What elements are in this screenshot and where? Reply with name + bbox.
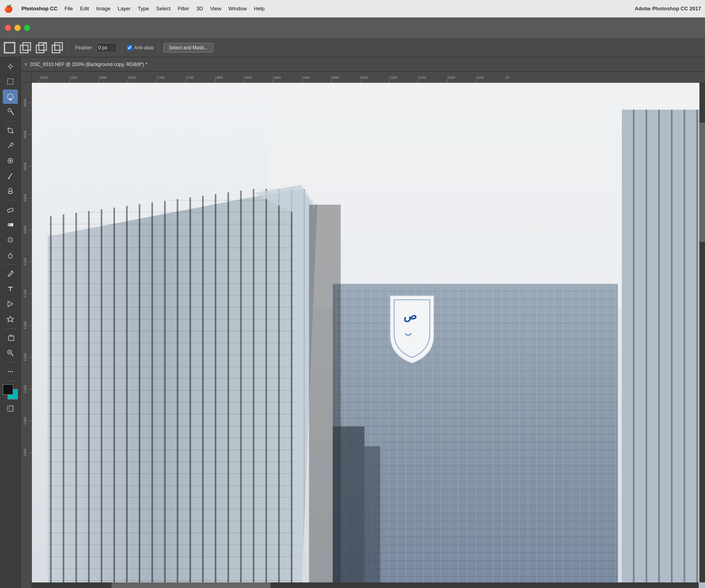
menu-edit[interactable]: Edit: [80, 6, 89, 12]
options-bar: Feather: Anti-alias Select and Mask...: [0, 38, 705, 57]
svg-text:1250: 1250: [23, 353, 27, 361]
healing-tool-button[interactable]: [3, 154, 18, 168]
toolbar-separator-5: [4, 362, 17, 362]
zoom-tool-button[interactable]: [3, 346, 18, 360]
pen-tool-button[interactable]: [3, 267, 18, 281]
marquee-tool-button[interactable]: [3, 74, 18, 89]
svg-rect-10: [8, 79, 13, 84]
lasso-tool-button[interactable]: [3, 90, 18, 104]
tab-close-icon[interactable]: ✕: [24, 62, 28, 67]
menu-select[interactable]: Select: [156, 6, 170, 12]
select-mask-button[interactable]: Select and Mask...: [164, 43, 213, 53]
text-tool-button[interactable]: [3, 282, 18, 296]
svg-point-32: [8, 238, 13, 242]
extra-tool-button[interactable]: [3, 364, 18, 379]
svg-rect-4: [39, 43, 47, 50]
eyedropper-tool-button[interactable]: [3, 138, 18, 153]
eraser-tool-button[interactable]: [3, 202, 18, 217]
menu-3d[interactable]: 3D: [197, 6, 203, 12]
svg-marker-8: [10, 63, 11, 70]
hand-tool-button[interactable]: [3, 331, 18, 345]
anti-alias-checkbox-wrap[interactable]: Anti-alias: [127, 45, 154, 51]
svg-text:1900: 1900: [273, 76, 281, 80]
svg-point-36: [11, 271, 13, 272]
svg-line-42: [11, 354, 13, 356]
canvas-area: ✕ DSC_6510.NEF @ 200% (Background copy, …: [21, 57, 705, 588]
svg-text:1350: 1350: [23, 417, 27, 425]
lasso-rect-icon[interactable]: [3, 41, 16, 54]
svg-text:1850: 1850: [244, 76, 252, 80]
lasso-subtract-icon[interactable]: [19, 41, 32, 54]
anti-alias-checkbox[interactable]: [127, 45, 132, 50]
toolbar: [0, 57, 21, 588]
svg-text:1200: 1200: [23, 321, 27, 329]
svg-rect-30: [7, 208, 14, 212]
menu-type[interactable]: Type: [138, 6, 149, 12]
svg-text:2200: 2200: [447, 76, 455, 80]
svg-text:1050: 1050: [23, 226, 27, 234]
apple-logo-icon[interactable]: 🍎: [4, 4, 13, 13]
svg-text:1400: 1400: [23, 449, 27, 457]
svg-point-12: [10, 99, 11, 100]
anti-alias-label: Anti-alias: [134, 45, 154, 51]
svg-rect-0: [4, 43, 15, 53]
svg-text:8500: 8500: [23, 99, 27, 107]
ruler-left: 8500 9000 9500 1000 1050 1100 1150 1200: [21, 83, 32, 588]
title-bar: [0, 18, 705, 38]
menu-filter[interactable]: Filter: [178, 6, 189, 12]
svg-marker-9: [7, 66, 14, 67]
brush-tool-button[interactable]: [3, 169, 18, 183]
menu-help[interactable]: Help: [254, 6, 265, 12]
lasso-add-icon[interactable]: [35, 41, 48, 54]
feather-label: Feather:: [75, 45, 93, 51]
svg-text:9500: 9500: [23, 162, 27, 170]
gradient-tool-button[interactable]: [3, 218, 18, 232]
svg-rect-3: [36, 45, 44, 53]
window-title: Adobe Photoshop CC 2017: [635, 6, 701, 12]
feather-input[interactable]: [96, 43, 117, 53]
svg-text:ص: ص: [403, 310, 417, 322]
svg-rect-134: [622, 110, 705, 588]
menu-file[interactable]: File: [64, 6, 73, 12]
menu-window[interactable]: Window: [228, 6, 247, 12]
lasso-intersect-icon[interactable]: [51, 41, 64, 54]
ruler-top: 1500 1550 1600 1650 1700 1750 1800 1850 …: [32, 72, 705, 83]
svg-text:1950: 1950: [302, 76, 310, 80]
svg-rect-1: [20, 45, 28, 53]
menu-image[interactable]: Image: [96, 6, 111, 12]
magic-wand-tool-button[interactable]: [3, 105, 18, 119]
svg-text:1000: 1000: [23, 194, 27, 202]
vertical-scrollbar[interactable]: [699, 83, 705, 582]
svg-rect-125: [48, 189, 317, 588]
ruler-corner: [21, 72, 32, 83]
crop-tool-button[interactable]: [3, 123, 18, 138]
horizontal-scrollbar[interactable]: [32, 582, 699, 588]
shape-tool-button[interactable]: [3, 312, 18, 326]
toolbar-separator-2: [4, 200, 17, 201]
menu-layer[interactable]: Layer: [118, 6, 131, 12]
svg-text:1650: 1650: [128, 76, 136, 80]
svg-text:2050: 2050: [360, 76, 368, 80]
minimize-button[interactable]: [14, 25, 21, 31]
dodge-tool-button[interactable]: [3, 248, 18, 262]
color-swatches[interactable]: [3, 384, 18, 399]
foreground-color-swatch[interactable]: [3, 384, 13, 395]
svg-text:2000: 2000: [331, 76, 339, 80]
separator-2: [122, 42, 122, 53]
separator-1: [68, 42, 69, 53]
svg-rect-7: [55, 43, 62, 50]
move-tool-button[interactable]: [3, 59, 18, 74]
quick-mask-button[interactable]: [3, 401, 18, 416]
close-button[interactable]: [5, 25, 11, 31]
ruler-canvas-wrap: 1500 1550 1600 1650 1700 1750 1800 1850 …: [21, 72, 705, 588]
svg-point-45: [8, 371, 9, 372]
svg-rect-31: [8, 223, 13, 226]
path-selection-tool-button[interactable]: [3, 297, 18, 311]
menu-view[interactable]: View: [210, 6, 221, 12]
toolbar-separator-6: [4, 381, 17, 381]
blur-tool-button[interactable]: [3, 233, 18, 247]
svg-text:2100: 2100: [389, 76, 397, 80]
stamp-tool-button[interactable]: [3, 184, 18, 198]
maximize-button[interactable]: [24, 25, 30, 31]
svg-point-25: [8, 177, 10, 179]
